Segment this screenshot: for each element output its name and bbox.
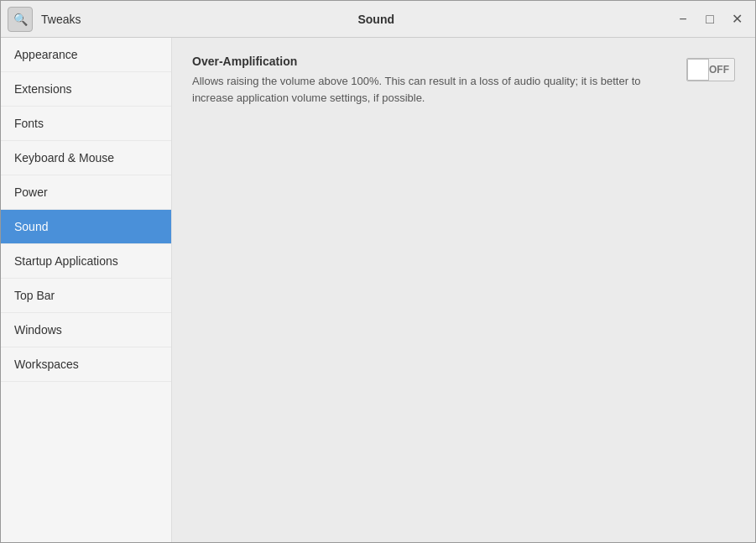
sidebar: AppearanceExtensionsFontsKeyboard & Mous… xyxy=(1,38,172,542)
over-amplification-row: Over-Amplification Allows raising the vo… xyxy=(192,55,735,106)
setting-title: Over-Amplification xyxy=(192,55,670,68)
sidebar-item-top-bar[interactable]: Top Bar xyxy=(1,279,171,313)
minimize-button[interactable]: − xyxy=(671,8,695,31)
setting-description: Allows raising the volume above 100%. Th… xyxy=(192,73,645,106)
maximize-button[interactable]: □ xyxy=(698,8,722,31)
sidebar-item-workspaces[interactable]: Workspaces xyxy=(1,347,171,382)
sidebar-item-keyboard-mouse[interactable]: Keyboard & Mouse xyxy=(1,141,171,175)
sidebar-item-sound[interactable]: Sound xyxy=(1,210,171,244)
sidebar-item-fonts[interactable]: Fonts xyxy=(1,107,171,141)
sidebar-item-startup-applications[interactable]: Startup Applications xyxy=(1,244,171,279)
search-icon: 🔍 xyxy=(13,13,28,26)
app-name: Tweaks xyxy=(41,13,81,26)
titlebar: 🔍 Tweaks Sound − □ ✕ xyxy=(1,1,755,38)
window-controls: − □ ✕ xyxy=(671,8,748,31)
sidebar-item-extensions[interactable]: Extensions xyxy=(1,72,171,107)
content-area: AppearanceExtensionsFontsKeyboard & Mous… xyxy=(1,38,755,542)
sidebar-item-windows[interactable]: Windows xyxy=(1,313,171,347)
toggle-track[interactable]: OFF xyxy=(686,58,735,81)
window-title: Sound xyxy=(81,13,671,26)
search-button[interactable]: 🔍 xyxy=(8,7,33,32)
app-window: 🔍 Tweaks Sound − □ ✕ AppearanceExtension… xyxy=(0,0,756,543)
sidebar-item-appearance[interactable]: Appearance xyxy=(1,38,171,72)
sidebar-item-power[interactable]: Power xyxy=(1,175,171,210)
toggle-label: OFF xyxy=(709,64,729,76)
main-panel: Over-Amplification Allows raising the vo… xyxy=(172,38,755,542)
toggle-knob xyxy=(687,59,709,81)
over-amplification-toggle[interactable]: OFF xyxy=(686,58,735,81)
close-button[interactable]: ✕ xyxy=(725,8,748,31)
setting-text: Over-Amplification Allows raising the vo… xyxy=(192,55,670,106)
